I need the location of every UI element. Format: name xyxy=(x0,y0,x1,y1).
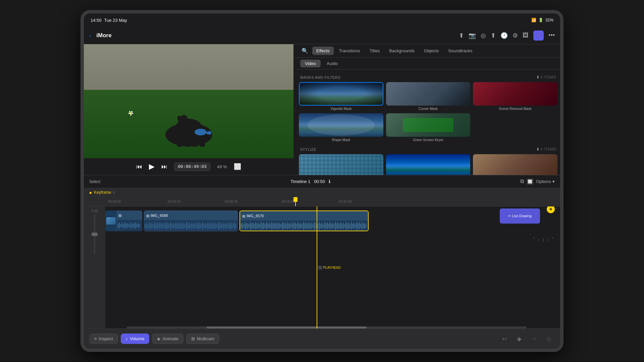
timeline-clip-icon[interactable]: ⧉ xyxy=(520,178,524,185)
effect-green-screen[interactable]: Green Screen Keyer xyxy=(386,113,471,142)
forward-button[interactable]: → xyxy=(528,333,540,345)
options-button[interactable]: Options ▾ xyxy=(536,178,555,185)
battery-level: 31% xyxy=(545,18,553,22)
svg-rect-23 xyxy=(126,224,126,228)
svg-rect-139 xyxy=(288,224,289,228)
undo-button[interactable]: ↩ xyxy=(498,333,511,345)
scrollbar-thumb[interactable] xyxy=(207,326,367,328)
tracks-main: ✏ Live Drawing ▤ xyxy=(105,206,560,328)
tab-transitions[interactable]: Transitions xyxy=(335,47,364,55)
svg-rect-156 xyxy=(311,223,312,229)
account-icon[interactable]: 🕐 xyxy=(500,32,508,39)
svg-rect-94 xyxy=(225,224,225,228)
volume-slider[interactable] xyxy=(94,214,95,254)
svg-rect-187 xyxy=(352,224,353,228)
animate-button[interactable]: ◈ Animate xyxy=(152,334,183,344)
clip-second[interactable]: ▤ IMG_6588 xyxy=(144,210,238,231)
fullscreen-icon[interactable]: ⬜ xyxy=(234,163,241,170)
diamond-button[interactable]: ◆ xyxy=(513,333,525,345)
wifi-icon: 📶 xyxy=(531,18,536,22)
volume-button[interactable]: ♪ Volume xyxy=(121,334,150,344)
more-icon[interactable]: ••• xyxy=(548,32,555,39)
effect-shape[interactable]: Shape Mask xyxy=(299,113,383,142)
clip-third-icon: ▤ xyxy=(242,214,245,218)
svg-rect-137 xyxy=(286,224,287,228)
svg-rect-29 xyxy=(134,224,135,228)
clip-second-waveform xyxy=(144,220,237,231)
tab-effects[interactable]: Effects xyxy=(312,47,334,55)
svg-rect-135 xyxy=(283,223,284,229)
svg-rect-122 xyxy=(266,222,267,230)
export-icon[interactable]: ⬆ xyxy=(459,32,464,39)
svg-rect-66 xyxy=(187,223,188,229)
share-icon[interactable]: ⬆ xyxy=(491,32,496,39)
svg-rect-36 xyxy=(148,225,148,227)
svg-rect-101 xyxy=(234,222,235,230)
timeline-scrollbar[interactable] xyxy=(127,326,527,328)
camera-icon[interactable]: 📷 xyxy=(469,32,476,39)
svg-rect-165 xyxy=(323,224,324,228)
scene-removal-label: Scene Removal Mask xyxy=(499,107,532,111)
clip-first[interactable]: ▤ xyxy=(105,210,142,231)
clip-third-waveform xyxy=(240,221,368,231)
live-drawing-label: Live Drawing xyxy=(512,214,532,218)
flowers xyxy=(126,105,153,118)
svg-rect-55 xyxy=(173,223,173,229)
svg-rect-143 xyxy=(294,223,294,229)
svg-rect-170 xyxy=(330,222,330,230)
back-button[interactable]: ‹ xyxy=(89,33,91,39)
skip-forward-button[interactable]: ⏭ xyxy=(161,163,167,170)
clip-first-thumb xyxy=(105,210,117,231)
clip-third[interactable]: ▤ IMG_6570 xyxy=(239,210,369,231)
svg-rect-75 xyxy=(200,223,200,229)
svg-rect-176 xyxy=(338,223,338,229)
add-keyframe-button[interactable]: ◇ xyxy=(543,333,555,345)
settings-icon[interactable]: ⚙ xyxy=(513,32,518,39)
photos-icon[interactable]: 🖼 xyxy=(523,32,529,39)
tab-titles[interactable]: Titles xyxy=(366,47,384,55)
sub-tab-video[interactable]: Video xyxy=(300,60,321,67)
timeline-zoom-icon[interactable]: 🔲 xyxy=(527,178,533,185)
svg-line-213 xyxy=(530,234,531,236)
record-icon[interactable]: ◎ xyxy=(481,32,486,39)
effect-add-noise[interactable]: Add Noise xyxy=(473,154,557,175)
effect-scene-removal[interactable]: Scene Removal Mask xyxy=(473,82,557,111)
effect-comic[interactable]: Comic xyxy=(386,154,471,175)
play-button[interactable]: ▶ xyxy=(149,162,155,171)
stylize-count: ⬇ 5 Items xyxy=(536,147,556,152)
multicam-button[interactable]: ⊞ Multicam xyxy=(186,334,219,344)
svg-rect-59 xyxy=(178,223,179,229)
effects-panel-icon[interactable]: ✦ xyxy=(533,31,544,41)
effect-vignette[interactable]: Vignette Mask xyxy=(299,82,383,111)
svg-rect-27 xyxy=(131,224,132,227)
svg-rect-5 xyxy=(177,137,182,147)
effect-corner[interactable]: Corner Mask xyxy=(386,82,471,111)
sub-tabs: Video Audio xyxy=(296,58,560,70)
skip-back-button[interactable]: ⏮ xyxy=(136,163,142,170)
clip-third-label: IMG_6570 xyxy=(247,214,264,218)
svg-rect-132 xyxy=(279,223,280,229)
inspect-button[interactable]: ≡ Inspect xyxy=(89,334,118,344)
panel-search-icon[interactable]: 🔍 xyxy=(299,48,311,54)
svg-rect-84 xyxy=(212,224,212,228)
svg-rect-115 xyxy=(257,224,257,228)
date: Tue 23 May xyxy=(104,18,127,23)
tab-objects[interactable]: Objects xyxy=(420,47,443,55)
svg-text:×: × xyxy=(549,206,552,212)
tab-backgrounds[interactable]: Backgrounds xyxy=(385,47,419,55)
keyframe-info-icon[interactable]: ℹ xyxy=(113,190,114,195)
timeline-tracks: 0 db ✏ Live Drawing xyxy=(84,206,560,328)
ruler-15: 00:00:15 xyxy=(168,200,181,203)
effect-pixellate[interactable]: Pixellate xyxy=(299,154,383,175)
scene-removal-thumb xyxy=(473,82,557,106)
panel-toggle[interactable]: ⋮ xyxy=(293,44,296,175)
volume-thumb[interactable] xyxy=(92,233,98,236)
svg-rect-107 xyxy=(246,224,247,228)
inspect-icon: ≡ xyxy=(94,336,97,341)
tab-soundtracks[interactable]: Soundtracks xyxy=(444,47,476,55)
sub-tab-audio[interactable]: Audio xyxy=(322,60,342,67)
stylize-grid: Pixellate Comic xyxy=(299,154,557,175)
svg-rect-175 xyxy=(336,223,337,229)
svg-rect-45 xyxy=(160,222,160,230)
svg-line-201 xyxy=(556,207,557,209)
